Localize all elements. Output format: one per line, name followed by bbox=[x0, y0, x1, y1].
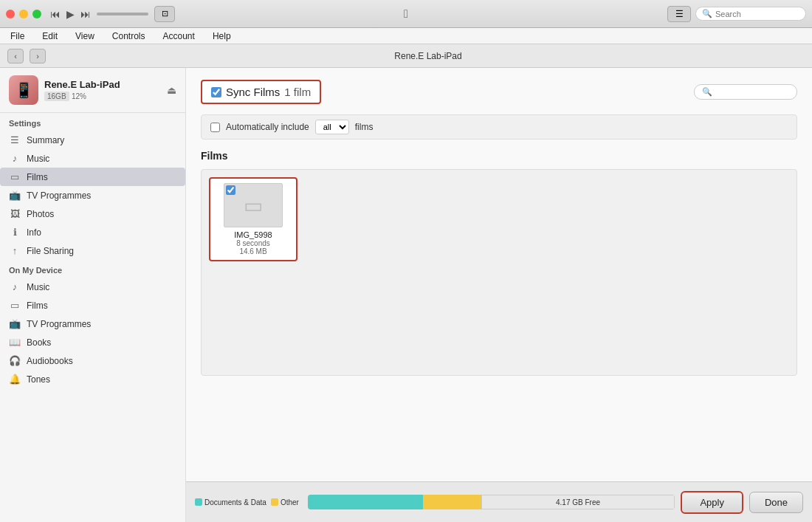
search-films-icon: 🔍 bbox=[702, 87, 712, 97]
volume-slider[interactable] bbox=[97, 13, 148, 16]
sidebar: 📱 Rene.E Lab-iPad 16GB 12% ⏏ Settings ☰ … bbox=[0, 68, 186, 522]
device-info: 📱 Rene.E Lab-iPad 16GB 12% ⏏ bbox=[0, 68, 185, 113]
ondevice-music-icon: ♪ bbox=[9, 281, 21, 292]
content-inner: Sync Films 1 film 🔍 Automatically includ… bbox=[186, 68, 812, 481]
sidebar-item-label-info: Info bbox=[27, 227, 41, 238]
other-legend: Other bbox=[271, 498, 299, 506]
film-thumbnail: ▭ bbox=[224, 183, 283, 227]
menu-view[interactable]: View bbox=[72, 30, 97, 43]
search-films-input[interactable] bbox=[715, 88, 789, 97]
device-icon: 📱 bbox=[9, 75, 38, 105]
device-name-label: Rene.E Lab-iPad bbox=[44, 79, 120, 90]
films-section-title: Films bbox=[201, 150, 797, 162]
tv-icon: 📺 bbox=[9, 190, 21, 201]
sidebar-item-label-ondevice-tv: TV Programmes bbox=[27, 319, 91, 329]
close-button[interactable] bbox=[6, 10, 15, 18]
sync-count: 1 film bbox=[284, 86, 311, 98]
search-input[interactable] bbox=[715, 10, 796, 18]
sidebar-item-music[interactable]: ♪ Music bbox=[0, 149, 185, 168]
summary-icon: ☰ bbox=[9, 134, 21, 145]
maximize-button[interactable] bbox=[32, 10, 41, 18]
sidebar-item-tv[interactable]: 📺 TV Programmes bbox=[0, 186, 185, 205]
menu-edit[interactable]: Edit bbox=[39, 30, 61, 43]
docs-segment bbox=[308, 495, 423, 509]
rewind-button[interactable]: ⏮ bbox=[50, 8, 61, 20]
sidebar-item-films[interactable]: ▭ Films bbox=[0, 168, 185, 186]
ondevice-audiobooks-icon: 🎧 bbox=[9, 355, 21, 366]
ondevice-tones-icon: 🔔 bbox=[9, 374, 21, 385]
list-view-button[interactable]: ☰ bbox=[667, 6, 691, 22]
sidebar-item-ondevice-films[interactable]: ▭ Films bbox=[0, 296, 185, 315]
content-area: Sync Films 1 film 🔍 Automatically includ… bbox=[186, 68, 812, 522]
forward-button[interactable]: › bbox=[30, 49, 46, 63]
film-checkbox[interactable] bbox=[226, 185, 235, 195]
menu-help[interactable]: Help bbox=[210, 30, 234, 43]
auto-include-label: Automatically include bbox=[226, 122, 309, 132]
ondevice-tv-icon: 📺 bbox=[9, 318, 21, 329]
other-segment bbox=[423, 495, 481, 509]
play-button[interactable]: ▶ bbox=[66, 8, 75, 20]
sidebar-item-ondevice-tv[interactable]: 📺 TV Programmes bbox=[0, 315, 185, 333]
info-icon: ℹ bbox=[9, 227, 21, 238]
airplay-button[interactable]: ⊡ bbox=[154, 6, 175, 22]
sidebar-item-label-summary: Summary bbox=[27, 135, 64, 145]
nav-bar: ‹ › Rene.E Lab-iPad bbox=[0, 44, 812, 68]
device-title: Rene.E Lab-iPad bbox=[52, 51, 805, 61]
docs-color-swatch bbox=[195, 498, 202, 506]
back-button[interactable]: ‹ bbox=[7, 49, 24, 63]
other-color-swatch bbox=[271, 498, 278, 506]
storage-bar: 4.17 GB Free bbox=[308, 495, 675, 509]
films-icon: ▭ bbox=[9, 171, 21, 182]
done-button[interactable]: Done bbox=[749, 492, 803, 513]
sidebar-item-label-filesharing: File Sharing bbox=[27, 246, 74, 256]
menu-account[interactable]: Account bbox=[160, 30, 198, 43]
device-details: Rene.E Lab-iPad 16GB 12% bbox=[44, 79, 120, 101]
device-storage-label: 16GB bbox=[44, 92, 69, 101]
apply-button[interactable]: Apply bbox=[681, 491, 743, 514]
sidebar-item-label-ondevice-tones: Tones bbox=[27, 374, 50, 385]
sidebar-item-label-photos: Photos bbox=[27, 209, 54, 219]
sidebar-item-ondevice-music[interactable]: ♪ Music bbox=[0, 278, 185, 296]
ondevice-books-icon: 📖 bbox=[9, 337, 21, 348]
device-charge-label: 12% bbox=[72, 92, 86, 100]
sidebar-item-ondevice-tones[interactable]: 🔔 Tones bbox=[0, 370, 185, 388]
storage-legend: Documents & Data Other bbox=[195, 498, 299, 506]
film-item[interactable]: ▭ IMG_5998 8 seconds 14.6 MB bbox=[209, 177, 297, 261]
title-center:  bbox=[404, 7, 408, 21]
sidebar-item-photos[interactable]: 🖼 Photos bbox=[0, 205, 185, 223]
sync-label: Sync Films bbox=[226, 86, 280, 98]
menu-controls[interactable]: Controls bbox=[109, 30, 148, 43]
sync-checkbox[interactable] bbox=[211, 87, 221, 97]
docs-legend-label: Documents & Data bbox=[204, 498, 266, 506]
sidebar-item-info[interactable]: ℹ Info bbox=[0, 223, 185, 241]
sidebar-item-label-music: Music bbox=[27, 154, 49, 164]
menu-file[interactable]: File bbox=[7, 30, 27, 43]
photos-icon: 🖼 bbox=[9, 208, 21, 219]
sidebar-item-label-ondevice-books: Books bbox=[27, 337, 51, 348]
auto-include-checkbox[interactable] bbox=[210, 123, 220, 132]
sidebar-item-label-tv: TV Programmes bbox=[27, 190, 91, 201]
minimize-button[interactable] bbox=[19, 10, 28, 18]
film-duration: 8 seconds bbox=[236, 239, 270, 247]
main-layout: 📱 Rene.E Lab-iPad 16GB 12% ⏏ Settings ☰ … bbox=[0, 68, 812, 522]
fast-forward-button[interactable]: ⏭ bbox=[80, 8, 91, 20]
sidebar-item-summary[interactable]: ☰ Summary bbox=[0, 131, 185, 149]
search-icon: 🔍 bbox=[702, 9, 712, 18]
films-grid: ▭ IMG_5998 8 seconds 14.6 MB bbox=[201, 169, 797, 376]
film-size: 14.6 MB bbox=[239, 247, 266, 255]
sync-header: Sync Films 1 film 🔍 bbox=[201, 80, 797, 104]
music-icon: ♪ bbox=[9, 153, 21, 164]
bottom-bar: Documents & Data Other 4.17 GB Free Appl… bbox=[186, 481, 812, 522]
auto-include-select[interactable]: all bbox=[315, 120, 349, 134]
sidebar-item-ondevice-audiobooks[interactable]: 🎧 Audiobooks bbox=[0, 351, 185, 370]
film-thumbnail-icon: ▭ bbox=[244, 193, 263, 218]
docs-legend: Documents & Data bbox=[195, 498, 266, 506]
eject-button[interactable]: ⏏ bbox=[167, 84, 176, 96]
ondevice-films-icon: ▭ bbox=[9, 300, 21, 311]
sidebar-item-filesharing[interactable]: ↑ File Sharing bbox=[0, 241, 185, 260]
free-segment: 4.17 GB Free bbox=[481, 495, 675, 509]
search-films-box: 🔍 bbox=[694, 84, 797, 100]
apple-logo-icon:  bbox=[404, 7, 408, 21]
search-area: ☰ 🔍 bbox=[667, 6, 806, 22]
sidebar-item-ondevice-books[interactable]: 📖 Books bbox=[0, 333, 185, 351]
